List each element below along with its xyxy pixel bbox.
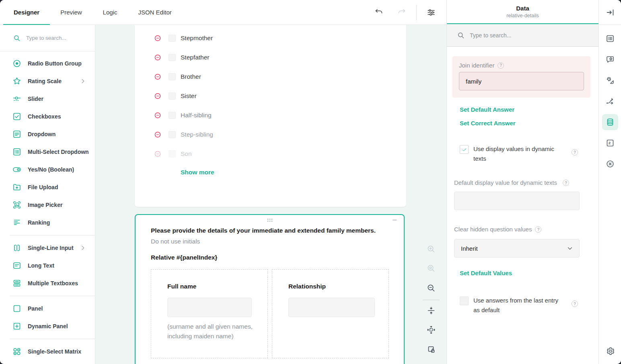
checkbox[interactable] — [169, 150, 176, 157]
toolbox-item-boolean[interactable]: Yes/No (Boolean) — [0, 161, 95, 178]
nested-question-full-name[interactable]: Full name (surname and all given names, … — [151, 269, 268, 358]
set-default-answer-link[interactable]: Set Default Answer — [460, 106, 514, 113]
tab-json-editor[interactable]: JSON Editor — [127, 0, 182, 25]
validation-icon[interactable] — [602, 156, 618, 172]
chat-gear-icon[interactable] — [602, 51, 618, 67]
toolbox-search[interactable] — [0, 25, 95, 51]
toolbox-item-ranking[interactable]: Ranking — [0, 214, 95, 231]
help-icon[interactable]: ? — [572, 301, 578, 307]
undo-icon[interactable] — [374, 8, 384, 33]
toolbox-item-multiselect-dropdown[interactable]: Multi-Select Dropdown — [0, 143, 95, 161]
use-last-entry-label[interactable]: Use answers from the last entry as defau… — [473, 296, 564, 315]
toolbox-item-file-upload[interactable]: File Upload — [0, 178, 95, 196]
default-display-value-label: Default display value for dynamic texts — [454, 178, 558, 188]
zoom-100-icon[interactable] — [426, 264, 436, 273]
default-display-value-input[interactable] — [454, 192, 580, 210]
question-title[interactable]: Please provide the details of your immed… — [151, 227, 392, 234]
toolbox-item-slider[interactable]: Slider — [0, 90, 95, 108]
toolbox-item-panel[interactable]: Panel — [0, 300, 95, 317]
collapse-panel-icon[interactable] — [602, 4, 618, 20]
settings-sliders-icon[interactable] — [426, 8, 436, 33]
remove-choice-icon[interactable] — [154, 35, 161, 42]
zoom-out-icon[interactable] — [426, 283, 436, 293]
choice-label[interactable]: Son — [181, 150, 192, 157]
tab-logic[interactable]: Logic — [93, 0, 128, 25]
checkbox-question-card[interactable]: Stepmother Stepfather Brother Sister Hal — [135, 25, 406, 207]
remove-choice-icon[interactable] — [154, 92, 161, 100]
clear-hidden-label: Clear hidden question values — [454, 225, 532, 234]
toolbox-item-long-text[interactable]: Long Text — [0, 257, 95, 274]
choice-label[interactable]: Brother — [181, 73, 201, 80]
tab-preview[interactable]: Preview — [50, 0, 92, 25]
checkbox[interactable] — [169, 54, 176, 61]
toolbox-item-radio-button-group[interactable]: Radio Button Group — [0, 55, 95, 72]
toolbox-item-dynamic-panel[interactable]: Dynamic Panel — [0, 317, 95, 335]
choice-label[interactable]: Stepmother — [181, 35, 213, 42]
help-icon[interactable]: ? — [535, 226, 541, 233]
nested-question-relationship[interactable]: Relationship — [272, 269, 389, 358]
collapse-question-icon[interactable]: – — [391, 217, 398, 224]
checkboxes-icon — [12, 112, 22, 121]
general-settings-icon[interactable] — [602, 31, 618, 47]
dynamic-panel-question-card[interactable]: – Please provide the details of your imm… — [135, 214, 405, 364]
search-icon — [457, 31, 465, 39]
redo-icon[interactable] — [397, 8, 407, 33]
nested-question-hint: (surname and all given names, including … — [167, 322, 253, 341]
toolbox-item-rating-scale[interactable]: Rating Scale — [0, 72, 95, 90]
choice-label[interactable]: Step-sibling — [181, 131, 213, 138]
join-identifier-input[interactable] — [459, 72, 584, 90]
drag-handle-icon[interactable] — [267, 219, 272, 222]
help-icon[interactable]: ? — [563, 180, 569, 186]
choice-label[interactable]: Stepfather — [181, 54, 210, 61]
full-name-input[interactable] — [167, 298, 252, 317]
toolbox-item-dropdown[interactable]: Dropdown — [0, 125, 95, 143]
theme-icon[interactable] — [602, 72, 618, 88]
remove-choice-icon[interactable] — [154, 112, 161, 119]
toolbox-item-image-picker[interactable]: Image Picker — [0, 196, 95, 214]
chevron-right-icon[interactable] — [80, 245, 86, 251]
gear-icon[interactable] — [602, 343, 618, 359]
choice-label[interactable]: Half-sibling — [181, 112, 212, 119]
lock-page-icon[interactable] — [426, 345, 436, 354]
toolbox-item-single-line-input[interactable]: Single-Line Input — [0, 239, 95, 257]
checkbox[interactable] — [169, 73, 176, 80]
tab-designer[interactable]: Designer — [3, 0, 50, 25]
remove-choice-icon[interactable] — [154, 131, 161, 138]
set-default-values-link[interactable]: Set Default Values — [460, 270, 512, 276]
remove-choice-icon[interactable] — [154, 73, 161, 80]
checkbox[interactable] — [169, 35, 176, 42]
choice-label[interactable]: Sister — [181, 92, 197, 100]
show-more-link[interactable]: Show more — [181, 169, 214, 176]
relationship-input[interactable] — [288, 298, 375, 317]
panel-template-title[interactable]: Relative #{panelIndex} — [151, 254, 404, 261]
zoom-in-icon[interactable] — [426, 244, 436, 254]
right-icon-strip: 2 — [598, 0, 621, 364]
checkbox[interactable] — [169, 112, 176, 119]
checkbox[interactable] — [169, 92, 176, 100]
remove-choice-icon[interactable] — [154, 54, 161, 61]
property-search-input[interactable] — [470, 32, 570, 39]
expand-move-icon[interactable] — [426, 325, 436, 335]
checkbox-checked[interactable] — [460, 145, 469, 154]
clear-hidden-select[interactable]: Inherit — [454, 239, 580, 258]
toolbox-item-single-select-matrix[interactable]: Single-Select Matrix — [0, 343, 95, 360]
checkbox[interactable] — [169, 131, 176, 138]
use-display-values-label[interactable]: Use display values in dynamic texts — [473, 144, 564, 164]
toolbox-item-multiple-textboxes[interactable]: Multiple Textboxes — [0, 274, 95, 292]
logic-flow-icon[interactable] — [602, 93, 618, 109]
checkbox-unchecked[interactable] — [460, 297, 469, 305]
zoom-toolbar-divider — [423, 300, 440, 300]
set-correct-answer-link[interactable]: Set Correct Answer — [460, 120, 516, 127]
fit-page-icon[interactable] — [426, 306, 436, 315]
question-description[interactable]: Do not use initials — [151, 238, 404, 245]
property-search[interactable] — [447, 24, 598, 47]
data-icon[interactable] — [602, 114, 618, 130]
help-icon[interactable]: ? — [498, 62, 504, 69]
toolbox-search-input[interactable] — [26, 35, 82, 41]
remove-choice-icon[interactable] — [154, 150, 161, 157]
help-icon[interactable]: ? — [572, 149, 578, 155]
top-toolbar: Designer Preview Logic JSON Editor — [0, 0, 446, 25]
pages-icon[interactable]: 2 — [602, 135, 618, 151]
chevron-right-icon[interactable] — [80, 78, 86, 84]
toolbox-item-checkboxes[interactable]: Checkboxes — [0, 108, 95, 125]
